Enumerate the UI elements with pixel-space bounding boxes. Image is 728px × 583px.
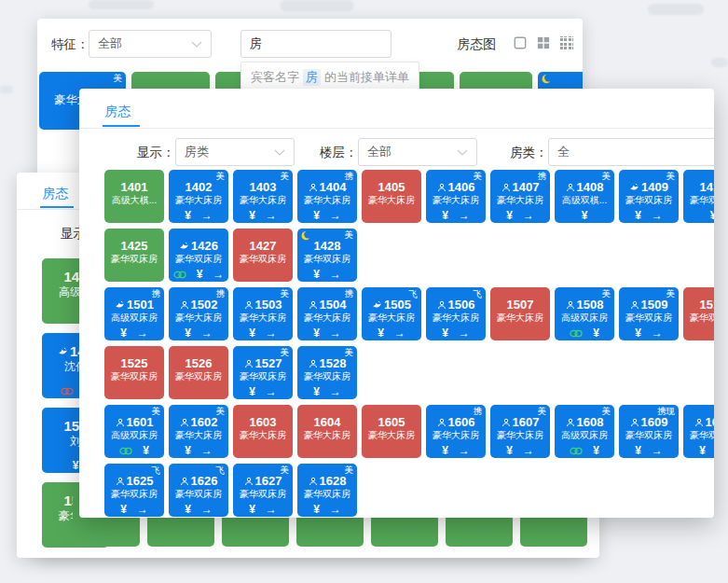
room-tile-1408[interactable]: 美1408高级双棋...¥ <box>555 170 614 223</box>
person-icon <box>116 418 125 427</box>
room-tile-1601[interactable]: 美1601高级双床房¥ <box>104 405 164 458</box>
room-number: 1504 <box>320 298 347 312</box>
room-tile-1603[interactable]: 1603豪华大床房 <box>233 405 293 458</box>
swallow-icon <box>629 182 639 192</box>
room-tile-1628[interactable]: 美1628豪华双床房¥→ <box>297 464 357 517</box>
room-tile-1505[interactable]: 飞1505豪华大床房¥→ <box>362 287 421 340</box>
room-tile-1605[interactable]: 1605豪华大床房 <box>362 405 421 458</box>
room-tile-1525[interactable]: 1525豪华双床房 <box>104 346 164 399</box>
room-tile-1407[interactable]: 携1407豪华大床房¥→ <box>490 170 550 223</box>
room-tile-1504[interactable]: 携1504豪华大床房¥→ <box>297 287 357 340</box>
bg-streak <box>0 86 13 93</box>
room-tile-1610[interactable]: 美1610豪华双床房¥→ <box>683 405 714 458</box>
channel-badge: 美 <box>474 171 483 182</box>
room-number: 1606 <box>448 415 475 429</box>
room-tile-1625[interactable]: 飞1625豪华双床房¥→ <box>104 464 164 517</box>
room-tile-1507[interactable]: 1507豪华大床房 <box>490 287 550 340</box>
room-tile-1501[interactable]: 携1501高级双床房¥→ <box>104 287 164 340</box>
room-type: 豪华双床房 <box>619 195 679 206</box>
arrow-right-icon: → <box>652 210 663 221</box>
person-icon <box>309 477 318 486</box>
guest-search-input[interactable] <box>240 30 391 58</box>
room-tile-1604[interactable]: 1604豪华大床房 <box>297 405 357 458</box>
room-number: 1427 <box>250 239 277 253</box>
room-tile-1406[interactable]: 美1406豪华大床房¥→ <box>426 170 486 223</box>
room-tile-1527[interactable]: 美1527豪华双床房¥→ <box>233 346 293 399</box>
room-tile-1506[interactable]: 飞1506豪华大床房¥→ <box>426 287 486 340</box>
room-tile-1402[interactable]: 美1402豪华大床房¥→ <box>169 170 228 223</box>
room-type: 豪华大床房 <box>297 430 357 441</box>
link-icon <box>570 447 583 455</box>
room-tile-1426[interactable]: 1426豪华双床房¥→ <box>169 229 228 282</box>
arrow-right-icon: → <box>137 327 148 339</box>
room-tile-1627[interactable]: 美1627豪华双床房¥→ <box>233 464 293 517</box>
person-icon <box>244 477 254 486</box>
yen-icon: ¥ <box>442 210 448 221</box>
room-number: 1406 <box>448 180 475 194</box>
room-number: 1403 <box>250 180 277 194</box>
yen-icon: ¥ <box>249 504 255 515</box>
room-number: 1628 <box>320 474 347 488</box>
room-tile-1502[interactable]: 携1502豪华大床房¥→ <box>169 287 228 340</box>
room-tile-1510[interactable]: 1510豪华双床房 <box>683 287 714 340</box>
room-tile-1403[interactable]: 美1403豪华大床房¥→ <box>233 170 293 223</box>
person-icon <box>180 477 189 486</box>
room-type: 豪华双床房 <box>169 254 228 265</box>
room-tile-1428[interactable]: 美1428豪华双床房¥→ <box>297 229 357 282</box>
room-number: 1508 <box>577 298 604 312</box>
person-icon <box>566 300 575 310</box>
room-tile-1409[interactable]: 美1409豪华双床房¥→ <box>619 170 679 223</box>
grid-2x2-icon[interactable] <box>536 35 550 49</box>
room-tile-1503[interactable]: 美1503豪华大床房¥→ <box>233 287 293 340</box>
room-tile-1508[interactable]: 美1508高级双床房¥ <box>555 287 614 340</box>
room-tile-1607[interactable]: 美1607豪华大床房¥→ <box>490 405 550 458</box>
person-icon <box>437 183 446 192</box>
feature-select[interactable]: 全部 <box>89 30 212 58</box>
channel-badge: 美 <box>216 406 226 417</box>
room-type: 豪华大床房 <box>169 430 228 441</box>
tab-room-status-left[interactable]: 房态 <box>42 186 68 202</box>
room-tile-1404[interactable]: 携1404豪华大床房¥→ <box>297 170 357 223</box>
arrow-right-icon: → <box>330 504 341 515</box>
room-tile-1602[interactable]: 美1602豪华大床房¥→ <box>169 405 228 458</box>
channel-badge: 飞 <box>152 465 161 476</box>
swallow-icon <box>372 299 382 310</box>
room-tile-1626[interactable]: 飞1626豪华双床房¥→ <box>169 464 228 517</box>
room-tile-1427[interactable]: 1427豪华双床房 <box>233 229 293 282</box>
arrow-right-icon: → <box>330 327 341 339</box>
room-tile-1608[interactable]: 美1608高级双床房¥ <box>555 405 614 458</box>
room-number: 1525 <box>121 356 148 370</box>
arrow-right-icon: → <box>330 210 341 221</box>
room-tile-1526[interactable]: 1526豪华双床房 <box>169 346 228 399</box>
yen-icon: ¥ <box>313 210 320 221</box>
arrow-right-icon: → <box>652 445 663 456</box>
room-number: 1627 <box>255 474 282 488</box>
room-tile-1606[interactable]: 携1606豪华大床房¥→ <box>426 405 486 458</box>
grid-dense-icon[interactable] <box>559 35 573 49</box>
square-outline-icon[interactable] <box>513 35 527 49</box>
person-icon <box>566 418 575 427</box>
person-icon <box>566 183 575 192</box>
channel-badge: 美 <box>281 347 290 358</box>
bg-streak <box>648 4 704 15</box>
room-tile-1425[interactable]: 1425豪华双床房 <box>104 229 164 282</box>
room-type: 豪华大床房 <box>233 312 293 324</box>
room-number: 1607 <box>513 415 540 429</box>
yen-icon: ¥ <box>442 327 448 339</box>
room-tile-1528[interactable]: 美1528豪华双床房¥→ <box>297 346 357 399</box>
channel-badge: 携 <box>345 171 354 182</box>
room-tile-1410[interactable]: 美1410豪华双床房¥ <box>683 170 714 223</box>
channel-badge: 飞 <box>216 465 226 476</box>
room-tile-1609[interactable]: 携现1609豪华双床房¥→ <box>619 405 679 458</box>
channel-badge: 美 <box>666 171 676 182</box>
channel-badge: 美 <box>345 229 354 241</box>
room-tile-1509[interactable]: 美1509豪华双床房¥→ <box>619 287 679 340</box>
room-tile-1401[interactable]: 1401高级大棋... <box>104 170 164 223</box>
room-type: 豪华双床房 <box>233 489 293 500</box>
channel-badge: 携 <box>216 288 226 299</box>
room-tile-1405[interactable]: 1405豪华大床房 <box>362 170 421 223</box>
room-number: 1407 <box>513 180 540 194</box>
yen-icon: ¥ <box>506 445 513 456</box>
arrow-right-icon: → <box>201 210 213 221</box>
person-icon <box>116 477 125 486</box>
